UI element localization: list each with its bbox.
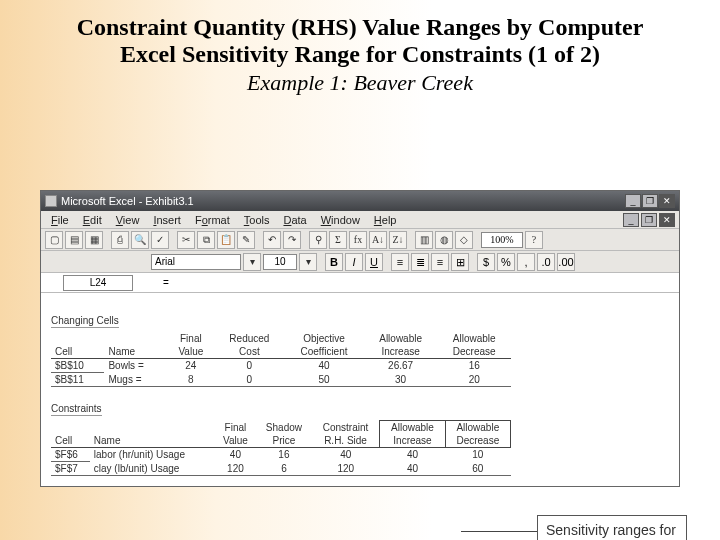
allow-inc: 40 xyxy=(380,448,445,462)
formula-bar: L24 = xyxy=(41,273,679,293)
merge-icon[interactable]: ⊞ xyxy=(451,253,469,271)
align-left-icon[interactable]: ≡ xyxy=(391,253,409,271)
bold-button[interactable]: B xyxy=(325,253,343,271)
excel-icon xyxy=(45,195,57,207)
italic-button[interactable]: I xyxy=(345,253,363,271)
excel-window: Microsoft Excel - Exhibit3.1 _ ❐ ✕ File … xyxy=(40,190,680,487)
slide-subtitle-2: Example 1: Beaver Creek xyxy=(0,70,720,96)
size-dropdown-icon[interactable]: ▾ xyxy=(299,253,317,271)
standard-toolbar: ▢ ▤ ▦ ⎙ 🔍 ✓ ✂ ⧉ 📋 ✎ ↶ ↷ ⚲ Σ fx A↓ Z↓ ▥ ◍… xyxy=(41,229,679,251)
cell-name: labor (hr/unit) Usage xyxy=(90,448,215,462)
new-icon[interactable]: ▢ xyxy=(45,231,63,249)
constraints-table: Final Shadow Constraint Allowable Allowa… xyxy=(51,420,511,476)
ch-h2-1: Name xyxy=(104,345,167,359)
allow-dec: 60 xyxy=(445,462,510,476)
allow-dec: 10 xyxy=(445,448,510,462)
menu-edit[interactable]: Edit xyxy=(77,214,108,226)
open-icon[interactable]: ▤ xyxy=(65,231,83,249)
ch-h2-6: Decrease xyxy=(437,345,511,359)
align-center-icon[interactable]: ≣ xyxy=(411,253,429,271)
ch-h2-0: Cell xyxy=(51,345,104,359)
align-right-icon[interactable]: ≡ xyxy=(431,253,449,271)
menu-tools[interactable]: Tools xyxy=(238,214,276,226)
autosum-icon[interactable]: Σ xyxy=(329,231,347,249)
co-h1-6: Allowable xyxy=(445,421,510,435)
menu-help[interactable]: Help xyxy=(368,214,403,226)
co-h2-3: Price xyxy=(256,434,312,448)
save-icon[interactable]: ▦ xyxy=(85,231,103,249)
zoom-select[interactable]: 100% xyxy=(481,232,523,248)
maximize-button[interactable]: ❐ xyxy=(642,194,658,208)
menu-file[interactable]: File xyxy=(45,214,75,226)
callout-box: Sensitivity ranges for constraint quanti… xyxy=(537,515,687,540)
allow-dec: 20 xyxy=(437,373,511,387)
worksheet-area[interactable]: Changing Cells Final Reduced Objective A… xyxy=(41,293,679,486)
menu-format[interactable]: Format xyxy=(189,214,236,226)
ch-h2-4: Coefficient xyxy=(284,345,364,359)
cell-name: Bowls = xyxy=(104,359,167,373)
table-row: $F$7 clay (lb/unit) Usage 120 6 120 40 6… xyxy=(51,462,511,476)
name-box[interactable]: L24 xyxy=(63,275,133,291)
co-h1-5: Allowable xyxy=(380,421,445,435)
ch-h1-0 xyxy=(51,332,104,345)
doc-minimize-button[interactable]: _ xyxy=(623,213,639,227)
comma-icon[interactable]: , xyxy=(517,253,535,271)
format-painter-icon[interactable]: ✎ xyxy=(237,231,255,249)
preview-icon[interactable]: 🔍 xyxy=(131,231,149,249)
print-icon[interactable]: ⎙ xyxy=(111,231,129,249)
percent-icon[interactable]: % xyxy=(497,253,515,271)
final-value: 40 xyxy=(215,448,256,462)
menu-window[interactable]: Window xyxy=(315,214,366,226)
underline-button[interactable]: U xyxy=(365,253,383,271)
title-sep: - xyxy=(136,195,146,207)
cut-icon[interactable]: ✂ xyxy=(177,231,195,249)
changing-cells-table: Final Reduced Objective Allowable Allowa… xyxy=(51,332,511,387)
format-toolbar: Arial ▾ 10 ▾ B I U ≡ ≣ ≡ ⊞ $ % , .0 .00 xyxy=(41,251,679,273)
reduced-cost: 0 xyxy=(215,373,285,387)
ch-h1-1 xyxy=(104,332,167,345)
menu-insert[interactable]: Insert xyxy=(147,214,187,226)
co-h1-3: Shadow xyxy=(256,421,312,435)
copy-icon[interactable]: ⧉ xyxy=(197,231,215,249)
undo-icon[interactable]: ↶ xyxy=(263,231,281,249)
font-dropdown-icon[interactable]: ▾ xyxy=(243,253,261,271)
final-value: 8 xyxy=(167,373,215,387)
help-icon[interactable]: ? xyxy=(525,231,543,249)
sort-desc-icon[interactable]: Z↓ xyxy=(389,231,407,249)
callout-leader-line xyxy=(461,531,539,532)
cell-name: Mugs = xyxy=(104,373,167,387)
paste-icon[interactable]: 📋 xyxy=(217,231,235,249)
allow-inc: 30 xyxy=(364,373,438,387)
inc-decimal-icon[interactable]: .0 xyxy=(537,253,555,271)
reduced-cost: 0 xyxy=(215,359,285,373)
ch-h1-6: Allowable xyxy=(437,332,511,345)
drawing-icon[interactable]: ◇ xyxy=(455,231,473,249)
changing-cells-label: Changing Cells xyxy=(51,315,119,328)
allow-inc: 40 xyxy=(380,462,445,476)
hyperlink-icon[interactable]: ⚲ xyxy=(309,231,327,249)
menu-view[interactable]: View xyxy=(110,214,146,226)
redo-icon[interactable]: ↷ xyxy=(283,231,301,249)
currency-icon[interactable]: $ xyxy=(477,253,495,271)
final-value: 120 xyxy=(215,462,256,476)
close-button[interactable]: ✕ xyxy=(659,194,675,208)
co-h1-0 xyxy=(51,421,90,435)
doc-close-button[interactable]: ✕ xyxy=(659,213,675,227)
map-icon[interactable]: ◍ xyxy=(435,231,453,249)
title-bar[interactable]: Microsoft Excel - Exhibit3.1 _ ❐ ✕ xyxy=(41,191,679,211)
minimize-button[interactable]: _ xyxy=(625,194,641,208)
font-select[interactable]: Arial xyxy=(151,254,241,270)
cell-ref: $F$7 xyxy=(51,462,90,476)
ch-h1-2: Final xyxy=(167,332,215,345)
spell-icon[interactable]: ✓ xyxy=(151,231,169,249)
chart-icon[interactable]: ▥ xyxy=(415,231,433,249)
sort-asc-icon[interactable]: A↓ xyxy=(369,231,387,249)
fx-icon[interactable]: fx xyxy=(349,231,367,249)
final-value: 24 xyxy=(167,359,215,373)
font-size-select[interactable]: 10 xyxy=(263,254,297,270)
obj-coef: 40 xyxy=(284,359,364,373)
doc-maximize-button[interactable]: ❐ xyxy=(641,213,657,227)
menu-data[interactable]: Data xyxy=(277,214,312,226)
dec-decimal-icon[interactable]: .00 xyxy=(557,253,575,271)
ch-h1-5: Allowable xyxy=(364,332,438,345)
